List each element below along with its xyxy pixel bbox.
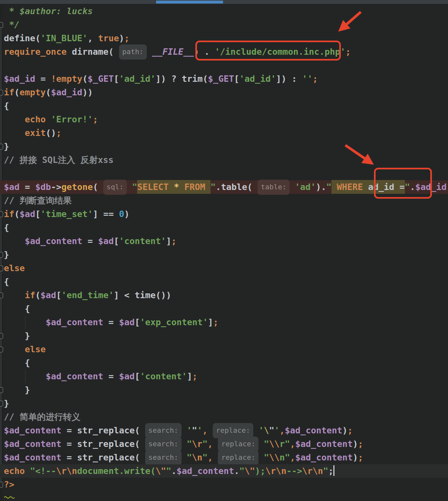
code-token: \r [192,439,202,449]
code-line[interactable]: } [0,397,448,410]
code-line[interactable]: echo 'Error!'; [0,113,448,126]
code-token: ' [187,425,192,435]
code-token: $ad_content [25,236,82,246]
code-line[interactable]: if($ad['time_set'] == 0) [0,207,448,221]
code-line[interactable]: $ad_content = $ad['exp_content']; [0,316,448,329]
code-token: $ad_id [4,74,35,84]
code-token: " [326,182,331,192]
code-line[interactable]: } [0,383,448,397]
code-token: // 简单的进行转义 [4,412,80,422]
code-token [182,452,187,462]
code-token: ; [328,466,333,476]
code-line[interactable] [0,59,448,72]
code-line[interactable]: $ad_content = str_replace( search: '"', … [0,424,448,437]
code-line[interactable]: echo "<!--\r\ndocument.write(\"".$ad_con… [0,464,448,478]
code-token: " [264,452,269,462]
fold-marker[interactable] [0,333,3,339]
fold-marker[interactable] [0,211,3,217]
code-line[interactable]: $ad_content = str_replace( search: "\n",… [0,451,448,464]
code-line[interactable]: } [0,248,448,261]
code-token: \" [245,466,255,476]
code-token: WHERE [337,180,363,194]
fold-marker[interactable] [0,144,3,150]
annotation-box [195,41,341,61]
code-token: str_replace [77,439,135,449]
inlay-hint: replace: [213,423,253,438]
code-token: dirname( [72,47,119,57]
code-token: \" [155,466,166,476]
code-line[interactable]: // 拼接 SQL注入 反射xss [0,153,448,167]
fold-marker[interactable] [0,346,3,353]
code-token: } [4,331,30,341]
code-token [169,180,174,194]
code-token: empty [20,87,46,97]
code-line[interactable]: { [0,356,448,370]
code-token: n [279,452,285,462]
code-line[interactable]: } [0,329,448,343]
annotation-box [374,168,432,199]
code-token: ) [353,452,358,462]
code-line[interactable]: * $author: lucks [0,5,448,18]
code-token [147,47,152,57]
code-line[interactable]: // 简单的进行转义 [0,410,448,424]
inlay-hint: path: [119,44,147,60]
code-token: ; [358,439,363,449]
fold-marker[interactable] [0,387,3,393]
fold-marker[interactable] [0,292,3,298]
code-line[interactable]: if($ad['end_time'] < time()) [0,288,448,302]
code-line[interactable]: $ad_id = !empty($_GET['ad_id']) ? trim($… [0,72,448,86]
code-token: ' [197,425,202,435]
code-token: true [98,33,119,43]
code-line[interactable]: ?> [0,478,448,491]
code-line[interactable]: { [0,221,448,234]
code-token: " [166,466,171,476]
code-token: $ad_content [295,452,353,462]
code-token: '' [302,74,313,84]
code-line[interactable]: { [0,275,448,288]
fold-marker[interactable] [0,482,3,488]
code-token: " [285,439,290,449]
code-line[interactable]: $ad_content = str_replace( search: "\r",… [0,437,448,451]
code-line[interactable]: $ad_content = $ad['content']; [0,370,448,383]
code-token: , [208,439,218,449]
fold-marker[interactable] [0,252,3,258]
code-token: $ad [4,182,20,192]
code-token: ] == [93,209,119,219]
inlay-hint: replace: [218,450,258,465]
code-token: $ad_id [51,87,82,97]
code-token: = [61,425,77,435]
code-token: 'exp_content' [140,317,208,327]
code-token: __FILE__ [152,47,194,57]
code-line[interactable]: { [0,99,448,113]
code-token: getone [61,182,93,192]
fold-marker[interactable] [0,90,3,96]
code-line[interactable]: { [0,302,448,316]
fold-marker[interactable] [0,265,3,271]
code-token: ; [171,236,176,246]
code-token: ; [93,114,98,124]
inlay-hint: replace: [218,437,258,452]
code-token: ()) [155,290,171,300]
code-token: } [4,398,9,408]
code-token: = [35,74,51,84]
code-line[interactable]: else [0,261,448,275]
code-token: ] < [114,290,135,300]
code-token: $_GET [208,74,234,84]
code-token: { [4,304,30,314]
fold-marker[interactable] [0,22,3,28]
code-token: " [202,439,208,449]
fold-marker[interactable] [0,401,3,407]
code-line[interactable]: } [0,140,448,153]
code-token: { [4,277,9,287]
code-token: ; [56,128,61,138]
active-tab-indicator[interactable] [156,1,223,4]
code-line[interactable]: else [0,343,448,356]
code-token: , [208,452,218,462]
code-token: $ad_content [4,425,61,435]
code-line[interactable]: exit(); [0,126,448,140]
code-token [331,180,337,194]
code-token: ] [208,317,213,327]
code-line[interactable]: $ad_content = $ad['content']; [0,234,448,248]
code-line[interactable]: if(empty($ad_id)) [0,86,448,99]
code-line[interactable]: */ [0,18,448,32]
